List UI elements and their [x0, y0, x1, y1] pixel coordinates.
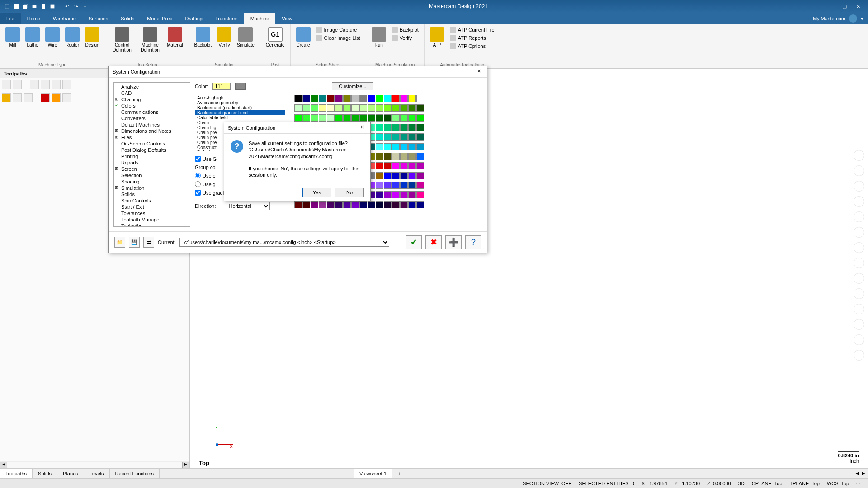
palette-cell-179[interactable] — [319, 201, 326, 208]
redo-icon[interactable]: ↷ — [72, 3, 80, 10]
palette-cell-107[interactable] — [384, 153, 392, 160]
image-capture-button[interactable]: Image Capture — [314, 26, 362, 33]
ms-backplot-button[interactable]: Backplot — [390, 26, 420, 33]
mill-button[interactable]: Mill — [4, 26, 22, 48]
rtool-12[interactable] — [854, 319, 864, 330]
palette-cell-157[interactable] — [400, 182, 408, 189]
palette-cell-61[interactable] — [400, 124, 408, 131]
palette-cell-109[interactable] — [400, 153, 408, 160]
palette-cell-185[interactable] — [368, 201, 375, 208]
palette-cell-43[interactable] — [384, 114, 392, 122]
palette-cell-14[interactable] — [408, 95, 416, 102]
current-config-select[interactable]: c:\users\charlie\documents\my ma...\mcam… — [179, 238, 389, 247]
palette-cell-8[interactable] — [359, 95, 367, 102]
router-button[interactable]: Router — [63, 26, 81, 48]
palette-cell-173[interactable] — [400, 191, 408, 198]
qat-dropdown-icon[interactable]: ▾ — [81, 3, 89, 10]
btab-planes[interactable]: Planes — [57, 469, 84, 478]
tabs-right-icon[interactable]: ▶ — [862, 470, 865, 476]
tab-view[interactable]: View — [275, 13, 299, 24]
rtool-14[interactable] — [854, 350, 864, 361]
tb-icon-8[interactable] — [13, 93, 22, 102]
palette-cell-17[interactable] — [302, 104, 310, 112]
tree-converters[interactable]: Converters — [115, 115, 189, 122]
tb-icon-5[interactable] — [52, 80, 61, 89]
palette-cell-30[interactable] — [408, 104, 416, 112]
tree-postdialog[interactable]: Post Dialog Defaults — [115, 147, 189, 153]
verify-button[interactable]: Verify — [215, 26, 233, 48]
palette-cell-94[interactable] — [408, 143, 416, 150]
palette-cell-6[interactable] — [343, 95, 351, 102]
palette-cell-76[interactable] — [392, 133, 400, 141]
tree-shading[interactable]: Shading — [115, 178, 189, 185]
tree-chaining[interactable]: Chaining — [115, 96, 189, 103]
dialog-titlebar[interactable]: System Configuration ✕ — [109, 66, 487, 78]
rtool-8[interactable] — [854, 258, 864, 268]
palette-cell-18[interactable] — [311, 104, 318, 112]
tree-analyze[interactable]: Analyze — [115, 84, 189, 90]
palette-cell-39[interactable] — [351, 114, 359, 122]
tb-icon-11[interactable] — [52, 93, 61, 102]
simulate-button[interactable]: Simulate — [235, 26, 256, 48]
palette-cell-188[interactable] — [392, 201, 400, 208]
palette-cell-181[interactable] — [335, 201, 343, 208]
tree-files[interactable]: Files — [115, 134, 189, 141]
palette-cell-124[interactable] — [392, 162, 400, 169]
palette-cell-13[interactable] — [400, 95, 408, 102]
palette-cell-38[interactable] — [343, 114, 351, 122]
customize-button[interactable]: Customize... — [332, 82, 373, 90]
clist-0[interactable]: Auto-highlight — [195, 95, 285, 100]
palette-cell-11[interactable] — [384, 95, 392, 102]
palette-cell-12[interactable] — [392, 95, 400, 102]
palette-cell-183[interactable] — [351, 201, 359, 208]
palette-cell-123[interactable] — [384, 162, 392, 169]
merge-config-button[interactable]: ⇄ — [143, 237, 154, 248]
palette-cell-22[interactable] — [343, 104, 351, 112]
palette-cell-178[interactable] — [311, 201, 318, 208]
cancel-button[interactable]: ✖ — [425, 235, 442, 249]
palette-cell-190[interactable] — [408, 201, 416, 208]
confirm-titlebar[interactable]: System Configuration ✕ — [224, 122, 370, 134]
clist-4[interactable]: Calculable field — [195, 115, 285, 120]
palette-cell-19[interactable] — [319, 104, 326, 112]
palette-cell-5[interactable] — [335, 95, 343, 102]
palette-cell-95[interactable] — [416, 143, 424, 150]
machine-def-button[interactable]: Machine Definition — [137, 26, 163, 53]
tb-icon-7[interactable] — [2, 93, 11, 102]
save-icon[interactable] — [13, 3, 20, 10]
palette-cell-40[interactable] — [359, 114, 367, 122]
palette-cell-45[interactable] — [400, 114, 408, 122]
palette-cell-127[interactable] — [416, 162, 424, 169]
panel-hscroll[interactable]: ◀ ▶ — [0, 461, 189, 468]
palette-cell-189[interactable] — [400, 201, 408, 208]
palette-cell-143[interactable] — [416, 172, 424, 179]
tb-icon-10[interactable] — [41, 93, 50, 102]
wire-button[interactable]: Wire — [43, 26, 61, 48]
config-tree[interactable]: Analyze CAD Chaining Colors Communicatio… — [113, 82, 190, 227]
ms-verify-button[interactable]: Verify — [390, 34, 420, 42]
save-config-button[interactable]: 💾 — [129, 237, 140, 248]
tab-wireframe[interactable]: Wireframe — [47, 13, 82, 24]
palette-cell-1[interactable] — [302, 95, 310, 102]
palette-cell-16[interactable] — [294, 104, 302, 112]
material-button[interactable]: Material — [165, 26, 185, 48]
palette-cell-125[interactable] — [400, 162, 408, 169]
tb-icon-12[interactable] — [62, 93, 71, 102]
palette-cell-0[interactable] — [294, 95, 302, 102]
help-dropdown-icon[interactable]: ▾ — [861, 16, 863, 22]
palette-cell-177[interactable] — [302, 201, 310, 208]
palette-cell-26[interactable] — [376, 104, 383, 112]
palette-cell-110[interactable] — [408, 153, 416, 160]
palette-cell-186[interactable] — [376, 201, 383, 208]
doc2-icon[interactable] — [49, 3, 56, 10]
color-swatch[interactable] — [235, 83, 246, 90]
palette-cell-15[interactable] — [416, 95, 424, 102]
palette-cell-184[interactable] — [359, 201, 367, 208]
confirm-close-button[interactable]: ✕ — [358, 124, 367, 131]
palette-cell-3[interactable] — [319, 95, 326, 102]
backplot-button[interactable]: Backplot — [193, 26, 213, 48]
palette-cell-42[interactable] — [376, 114, 383, 122]
design-button[interactable]: Design — [83, 26, 101, 48]
tree-solids[interactable]: Solids — [115, 191, 189, 197]
rtool-6[interactable] — [854, 227, 864, 238]
